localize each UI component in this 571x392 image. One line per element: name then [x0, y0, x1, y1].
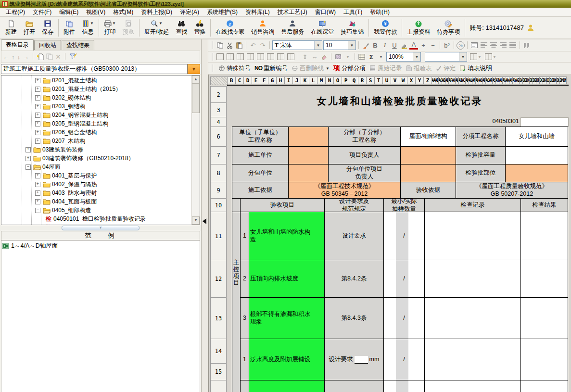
align-left-icon[interactable] [480, 41, 488, 50]
check-spec-3[interactable]: 设计要求mm [324, 339, 384, 380]
align-distribute-icon[interactable] [508, 41, 517, 50]
column-header-J[interactable]: J [292, 76, 301, 84]
fill-color-dropdown-icon[interactable]: ▼ [492, 53, 497, 61]
menu-item-2[interactable]: 编辑(E) [55, 8, 82, 17]
row-header-12[interactable]: 12 [210, 260, 227, 298]
col-spacing-icon[interactable]: ⇔ [310, 53, 319, 61]
check-spec-1[interactable]: 第8.4.2条 [324, 260, 384, 298]
row-header-8[interactable]: 8 [210, 164, 227, 182]
toolbar-button-book-blue[interactable]: 在线课堂 [307, 19, 337, 37]
align-box-icon[interactable] [470, 41, 479, 50]
panel-divider[interactable] [202, 39, 208, 392]
check-header-3[interactable]: 最小/实际 抽样数量 [383, 198, 425, 212]
menu-item-7[interactable]: 系统维护(S) [203, 8, 241, 17]
vertical-text-icon[interactable] [522, 41, 531, 50]
menu-item-12[interactable]: 帮助(H) [366, 8, 393, 17]
check-sampling-3[interactable]: / [383, 339, 425, 380]
merge-across-icon[interactable] [237, 53, 244, 60]
row-header-2[interactable]: 2 [210, 86, 227, 103]
menu-item-10[interactable]: 窗口(W) [311, 8, 340, 17]
check-header-1[interactable]: 验收项目 [240, 198, 325, 212]
column-header-K[interactable]: K [301, 76, 309, 84]
toolbar-grip[interactable] [211, 53, 213, 60]
toolbar-button-preview[interactable]: 预览 [119, 19, 138, 37]
tree-item[interactable]: +0403_防水与密封 [1, 189, 192, 197]
row-header-6[interactable]: 6 [210, 126, 227, 147]
check-sampling-partial[interactable] [383, 380, 425, 392]
row-header-7[interactable]: 7 [210, 146, 227, 164]
tree-item[interactable]: +0205_型钢混凝土结构 [1, 119, 192, 128]
align-center-icon[interactable] [489, 41, 498, 50]
copy-page-icon[interactable] [46, 53, 53, 60]
blank-input-underline[interactable] [355, 356, 368, 364]
tree-item[interactable]: +0207_木结构 [1, 137, 192, 145]
check-item-1[interactable]: 压顶向内排水坡度 [249, 260, 325, 298]
check-result-2[interactable] [520, 297, 568, 339]
info-cell-r0c4[interactable]: 分项工程名称 [456, 126, 506, 147]
column-header-V[interactable]: V [391, 76, 399, 84]
info-cell-r2c2[interactable]: 分包单位项目 负责人 [328, 164, 401, 182]
check-record-2[interactable] [424, 297, 521, 339]
sheet-corner[interactable] [210, 76, 228, 85]
fill-color-button[interactable]: ▼ [485, 53, 497, 61]
font-size-dropdown-icon[interactable]: ▼ [348, 41, 355, 50]
toolbar-button-pay-yuan[interactable]: ¥我要付款 [370, 19, 400, 37]
column-header-N[interactable]: N [325, 76, 334, 84]
nav-down-icon[interactable]: ↓ [17, 54, 21, 60]
toolbar-button-binoculars[interactable]: 查找 [172, 19, 190, 37]
dropdown-arrow-icon[interactable]: ▼ [326, 66, 330, 71]
check-item-2[interactable]: 根部不得有渗漏和积水 现象 [249, 297, 325, 339]
toolbar-grip[interactable] [211, 41, 213, 50]
menu-item-4[interactable]: 格式(M) [109, 8, 137, 17]
sigma-dropdown-icon[interactable]: ▼ [377, 53, 385, 61]
toolbar-button-attachment[interactable]: 附件 [60, 19, 78, 37]
plus-icon[interactable]: + [419, 41, 428, 50]
column-header-S[interactable]: S [366, 76, 375, 84]
column-header-X[interactable]: X [407, 76, 416, 84]
font-family-select[interactable]: T 宋体▼ [272, 40, 322, 50]
column-header-I[interactable]: I [284, 76, 293, 84]
info-cell-r0c1[interactable] [288, 126, 329, 147]
column-header-Q[interactable]: Q [350, 76, 358, 84]
font-color-icon[interactable]: A [409, 41, 418, 50]
format-brush-icon[interactable] [361, 41, 370, 50]
menu-item-0[interactable]: 工程(P) [2, 8, 29, 17]
row-header-x[interactable] [210, 380, 227, 392]
expand-icon[interactable]: + [35, 190, 40, 196]
row-spacing-icon[interactable]: ⇕ [301, 53, 309, 61]
expand-icon[interactable]: + [25, 147, 31, 152]
special-button-填表说明[interactable]: 填表说明 [459, 64, 492, 73]
toolbar-button-upload-green[interactable]: 上报资料 [404, 19, 433, 37]
check-record-0[interactable] [424, 212, 521, 260]
expand-icon[interactable]: + [35, 199, 40, 204]
info-cell-r0c2[interactable]: 分部（子分部） 工程名称 [328, 126, 401, 147]
check-sampling-1[interactable]: / [383, 260, 425, 298]
special-button-画删除线[interactable]: 画删除线▼ [292, 64, 330, 73]
check-header-4[interactable]: 检查记录 [424, 198, 521, 212]
tree-item[interactable]: +0201_混凝土结构（2015） [1, 85, 192, 93]
check-header-5[interactable]: 检查结果 [520, 198, 568, 212]
menu-item-5[interactable]: 资料上报(D) [137, 8, 176, 17]
unmerge-icon[interactable] [247, 53, 254, 60]
expand-icon[interactable]: + [35, 78, 40, 83]
scroll-down-icon[interactable]: ▼ [192, 216, 200, 225]
superscript-icon[interactable]: b² [443, 41, 451, 50]
filter-funnel-icon[interactable] [69, 53, 77, 60]
check-item-partial[interactable] [249, 380, 325, 392]
insert-cells-icon[interactable] [257, 53, 264, 60]
tree-item[interactable]: −04屋面 [1, 163, 192, 171]
expand-icon[interactable]: + [25, 156, 31, 161]
toolbar-grip[interactable] [211, 64, 213, 73]
check-header-2[interactable]: 设计要求及 规范规定 [324, 198, 384, 212]
toolbar-button-person-dark[interactable]: 售后服务 [278, 19, 307, 37]
dropdown-arrow-icon[interactable]: ▼ [159, 21, 163, 25]
expand-icon[interactable]: + [35, 130, 40, 135]
code-input-cell[interactable] [520, 117, 569, 127]
font-size-select[interactable]: 10▼ [323, 40, 356, 50]
tree-item[interactable]: +0201_混凝土结构 [1, 76, 192, 85]
column-header-M[interactable]: M [317, 76, 326, 84]
toolbar-button-ie-logo[interactable]: e在线找专家 [212, 19, 248, 37]
toolbar-button-folder-open[interactable]: 打开 [20, 19, 38, 37]
check-item-0[interactable]: 女儿墙和山墙的防水构 造 [249, 212, 325, 260]
tree-item[interactable]: +0402_保温与隔热 [1, 180, 192, 189]
